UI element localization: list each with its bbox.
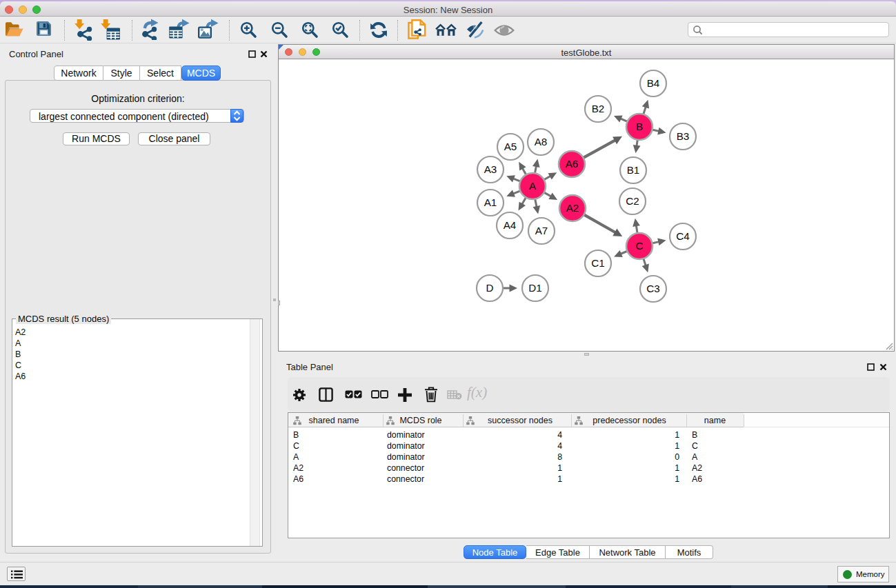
svg-text:C: C bbox=[636, 240, 644, 252]
svg-text:A3: A3 bbox=[484, 163, 497, 175]
svg-text:B: B bbox=[636, 121, 643, 132]
svg-text:A1: A1 bbox=[484, 196, 497, 208]
svg-text:A8: A8 bbox=[535, 136, 548, 148]
svg-text:C3: C3 bbox=[646, 283, 659, 294]
svg-text:C2: C2 bbox=[626, 195, 639, 207]
svg-text:B2: B2 bbox=[592, 103, 605, 114]
svg-text:C1: C1 bbox=[591, 257, 604, 269]
svg-text:A5: A5 bbox=[504, 141, 517, 152]
svg-text:A6: A6 bbox=[566, 158, 579, 170]
svg-text:D: D bbox=[486, 282, 494, 294]
svg-text:B3: B3 bbox=[677, 130, 690, 142]
svg-text:A4: A4 bbox=[504, 219, 517, 231]
svg-text:A7: A7 bbox=[535, 225, 548, 236]
svg-text:D1: D1 bbox=[528, 282, 541, 294]
svg-text:C4: C4 bbox=[676, 230, 689, 242]
svg-text:A: A bbox=[529, 180, 537, 192]
svg-text:A2: A2 bbox=[566, 202, 579, 214]
svg-text:B4: B4 bbox=[647, 77, 660, 89]
svg-text:B1: B1 bbox=[627, 164, 640, 176]
